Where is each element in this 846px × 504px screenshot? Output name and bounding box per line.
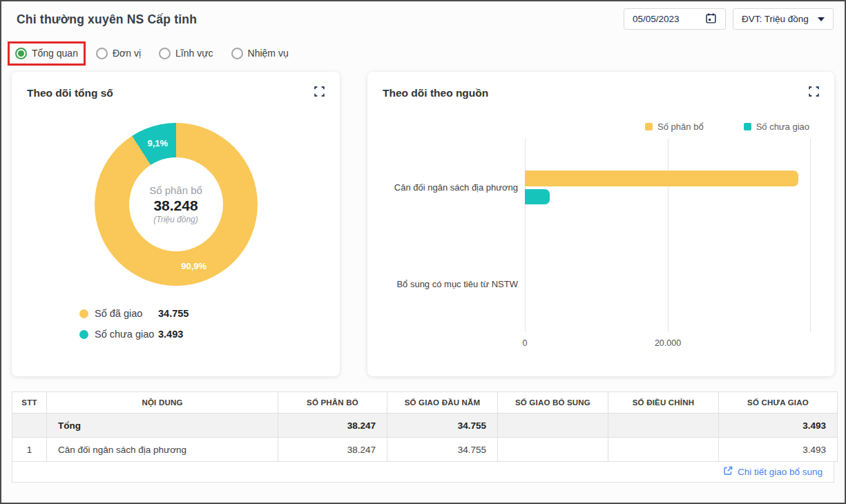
legend-label: Số phân bổ [657,122,704,132]
chevron-down-icon [818,17,825,21]
radio-linh-vuc[interactable]: Lĩnh vực [159,48,213,59]
bar-so-phan-bo[interactable] [525,171,798,186]
x-tick-0: 0 [523,338,528,348]
pie-legend: Số đã giao 34.755 Số chưa giao 3.493 [79,308,325,340]
detail-link-label: Chi tiết giao bổ sung [738,467,823,477]
bar-plot-area: 0 20.000 [525,139,811,350]
donut-center-value: 38.248 [153,197,198,214]
donut-center-label: Số phân bổ [149,184,202,196]
legend-value: 34.755 [158,308,189,319]
slice-label-teal: 9,1% [147,137,168,148]
legend-dot-yellow [79,309,88,318]
legend-item-so-da-giao[interactable]: Số đã giao 34.755 [79,308,325,319]
legend-dot-teal [79,330,88,339]
radio-tong-quan[interactable]: Tổng quan [10,43,84,64]
radio-label: Nhiệm vụ [248,48,289,59]
col-so-chua-giao: SỐ CHƯA GIAO [719,392,838,414]
table-footer: Chi tiết giao bổ sung [12,462,834,483]
legend-label: Số chưa giao [95,329,158,340]
donut-center-unit: (Triệu đồng) [153,215,198,224]
charts-section: Theo dõi tổng số 90,9% 9,1% Số phân bổ 3… [1,64,845,376]
table-row: 1 Cân đối ngân sách địa phương 38.247 34… [12,438,838,462]
calendar-icon [705,12,717,26]
summary-table-section: STT NỘI DUNG SỐ PHÂN BỔ SỐ GIAO ĐẦU NĂM … [12,391,834,483]
legend-item-so-phan-bo[interactable]: Số phân bổ [645,122,704,132]
col-so-dieu-chinh: SỐ ĐIỀU CHỈNH [608,392,719,414]
col-so-giao-dau-nam: SỐ GIAO ĐẦU NĂM [387,392,498,414]
horizontal-bar-chart: Cân đối ngân sách địa phương Bổ sung có … [383,139,811,350]
table-row-total: Tổng 38.247 34.755 3.493 [12,414,838,438]
radio-label: Đơn vị [113,48,141,59]
legend-square-teal [744,123,751,130]
radio-unselected-icon [159,48,171,59]
view-filter-group: Tổng quan Đơn vị Lĩnh vực Nhiệm vụ [1,36,845,64]
col-so-giao-bo-sung: SỐ GIAO BỔ SUNG [498,392,608,414]
donut-chart-wrap: 90,9% 9,1% Số phân bổ 38.248 (Triệu đồng… [95,123,258,286]
fullscreen-icon[interactable] [807,86,820,99]
radio-nhiem-vu[interactable]: Nhiệm vụ [231,48,289,59]
donut-center: Số phân bổ 38.248 (Triệu đồng) [129,157,223,251]
bar-so-chua-giao[interactable] [525,189,550,204]
bar-row-bo-sung [525,235,811,332]
unit-dropdown[interactable]: ĐVT: Triệu đồng [733,8,834,30]
legend-item-so-chua-giao[interactable]: Số chưa giao 3.493 [79,329,325,340]
card-theo-doi-tong-so: Theo dõi tổng số 90,9% 9,1% Số phân bổ 3… [12,72,340,376]
bar-row-can-doi [525,139,811,235]
summary-table: STT NỘI DUNG SỐ PHÂN BỔ SỐ GIAO ĐẦU NĂM … [12,391,838,462]
fullscreen-icon[interactable] [312,86,326,99]
radio-unselected-icon [96,48,108,59]
radio-don-vi[interactable]: Đơn vị [96,48,141,59]
legend-square-yellow [645,123,653,130]
col-so-phan-bo: SỐ PHÂN BỔ [278,392,387,414]
page-header: Chi thường xuyên NS Cấp tỉnh 05/05/2023 … [1,1,845,36]
card-title: Theo dõi theo nguồn [383,87,819,99]
radio-label: Tổng quan [32,48,78,59]
bar-category-labels: Cân đối ngân sách địa phương Bổ sung có … [383,139,525,350]
col-stt: STT [12,392,47,414]
date-picker[interactable]: 05/05/2023 [624,8,726,30]
unit-dropdown-value: ĐVT: Triệu đồng [742,14,809,24]
table-header-row: STT NỘI DUNG SỐ PHÂN BỔ SỐ GIAO ĐẦU NĂM … [12,392,838,414]
card-theo-doi-theo-nguon: Theo dõi theo nguồn Số phân bổ Số chưa g… [367,72,834,376]
detail-link[interactable]: Chi tiết giao bổ sung [723,466,823,478]
radio-unselected-icon [231,48,243,59]
radio-selected-icon [15,48,27,59]
category-label: Cân đối ngân sách địa phương [383,139,525,235]
radio-label: Lĩnh vực [175,48,213,59]
x-tick-20000: 20.000 [655,338,681,348]
slice-label-yellow: 90,9% [181,261,206,271]
col-noi-dung: NỘI DUNG [47,392,278,414]
dashboard-page: Chi thường xuyên NS Cấp tỉnh 05/05/2023 … [0,0,846,504]
legend-item-so-chua-giao[interactable]: Số chưa giao [744,122,809,132]
legend-label: Số đã giao [95,308,158,319]
legend-value: 3.493 [158,329,183,340]
category-label: Bổ sung có mục tiêu từ NSTW [383,235,525,332]
external-link-icon [723,466,733,478]
card-title: Theo dõi tổng số [27,87,325,99]
legend-label: Số chưa giao [756,122,809,132]
bar-legend: Số phân bổ Số chưa giao [383,122,809,132]
bar-plot [525,139,811,332]
header-controls: 05/05/2023 ĐVT: Triệu đồng [624,8,834,30]
date-value: 05/05/2023 [633,14,680,24]
x-axis: 0 20.000 [525,332,811,350]
